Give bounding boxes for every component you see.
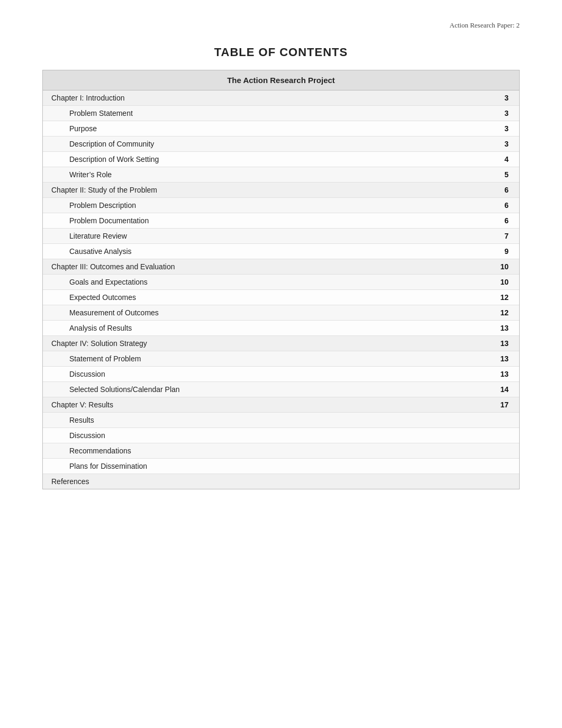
toc-entry-label: Chapter I: Introduction — [43, 90, 493, 106]
toc-entry-page: 3 — [493, 136, 519, 152]
toc-entry-label: Measurement of Outcomes — [43, 305, 493, 321]
toc-entry-page: 14 — [493, 382, 519, 397]
toc-entry-page — [493, 474, 519, 489]
toc-entry-page: 6 — [493, 213, 519, 229]
toc-entry-page: 6 — [493, 198, 519, 213]
toc-entry-label: Problem Description — [43, 198, 493, 213]
toc-entry-page — [493, 459, 519, 474]
toc-entry-label: Purpose — [43, 121, 493, 136]
toc-entry-label: Problem Documentation — [43, 213, 493, 229]
toc-table: The Action Research Project Chapter I: I… — [43, 70, 519, 489]
toc-entry-label: Discussion — [43, 428, 493, 443]
toc-entry-label: Recommendations — [43, 443, 493, 459]
toc-entry-label: Chapter V: Results — [43, 397, 493, 413]
toc-entry-page: 10 — [493, 275, 519, 290]
toc-entry-label: Chapter IV: Solution Strategy — [43, 336, 493, 351]
toc-entry-page: 3 — [493, 121, 519, 136]
toc-entry-page: 13 — [493, 351, 519, 367]
toc-entry-page — [493, 428, 519, 443]
toc-entry-page: 12 — [493, 305, 519, 321]
toc-entry-label: Chapter II: Study of the Problem — [43, 183, 493, 198]
toc-entry-label: Problem Statement — [43, 106, 493, 121]
toc-entry-page: 3 — [493, 106, 519, 121]
section-header: The Action Research Project — [227, 76, 335, 85]
toc-entry-page: 7 — [493, 229, 519, 244]
header-text: Action Research Paper: 2 — [450, 21, 520, 29]
toc-entry-label: Analysis of Results — [43, 321, 493, 336]
toc-entry-label: Description of Work Setting — [43, 152, 493, 167]
toc-entry-label: Plans for Dissemination — [43, 459, 493, 474]
toc-entry-page: 10 — [493, 259, 519, 275]
toc-entry-label: Causative Analysis — [43, 244, 493, 259]
toc-entry-page — [493, 413, 519, 428]
toc-entry-label: Chapter III: Outcomes and Evaluation — [43, 259, 493, 275]
toc-entry-page — [493, 443, 519, 459]
toc-entry-page: 9 — [493, 244, 519, 259]
toc-entry-page: 12 — [493, 290, 519, 305]
toc-entry-page: 5 — [493, 167, 519, 183]
toc-entry-label: References — [43, 474, 493, 489]
toc-entry-page: 3 — [493, 90, 519, 106]
toc-entry-label: Goals and Expectations — [43, 275, 493, 290]
page-header: Action Research Paper: 2 — [42, 21, 520, 30]
toc-entry-label: Writer’s Role — [43, 167, 493, 183]
toc-entry-label: Discussion — [43, 367, 493, 382]
toc-entry-page: 13 — [493, 367, 519, 382]
toc-entry-page: 13 — [493, 321, 519, 336]
toc-entry-label: Literature Review — [43, 229, 493, 244]
page: Action Research Paper: 2 TABLE OF CONTEN… — [0, 0, 562, 728]
toc-entry-page: 4 — [493, 152, 519, 167]
page-title: TABLE OF CONTENTS — [42, 46, 520, 59]
toc-entry-page: 13 — [493, 336, 519, 351]
toc-entry-page: 6 — [493, 183, 519, 198]
toc-entry-page: 17 — [493, 397, 519, 413]
toc-entry-label: Selected Solutions/Calendar Plan — [43, 382, 493, 397]
toc-entry-label: Results — [43, 413, 493, 428]
toc-entry-label: Description of Community — [43, 136, 493, 152]
toc-container: The Action Research Project Chapter I: I… — [42, 70, 520, 489]
toc-entry-label: Expected Outcomes — [43, 290, 493, 305]
toc-entry-label: Statement of Problem — [43, 351, 493, 367]
